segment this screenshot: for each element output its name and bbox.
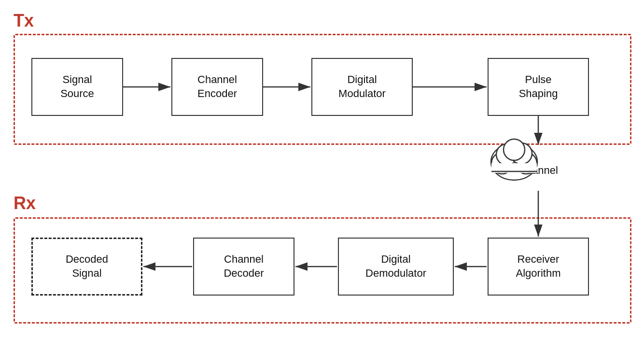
channel-label: Channel	[504, 164, 572, 177]
channel-decoder-block: Channel Decoder	[193, 238, 294, 296]
digital-modulator-block: Digital Modulator	[311, 58, 413, 116]
tx-label: Tx	[14, 11, 34, 31]
decoded-signal-block: Decoded Signal	[31, 238, 142, 296]
digital-demodulator-block: Digital Demodulator	[338, 238, 454, 296]
svg-point-12	[496, 144, 518, 165]
channel-encoder-block: Channel Encoder	[171, 58, 263, 116]
receiver-algorithm-block: Receiver Algorithm	[488, 238, 589, 296]
pulse-shaping-block: Pulse Shaping	[488, 58, 589, 116]
rx-label: Rx	[14, 193, 36, 213]
svg-point-13	[511, 143, 532, 164]
signal-source-block: Signal Source	[31, 58, 123, 116]
diagram-container: Tx Rx Signal Source Channel Encoder Digi…	[0, 0, 644, 339]
